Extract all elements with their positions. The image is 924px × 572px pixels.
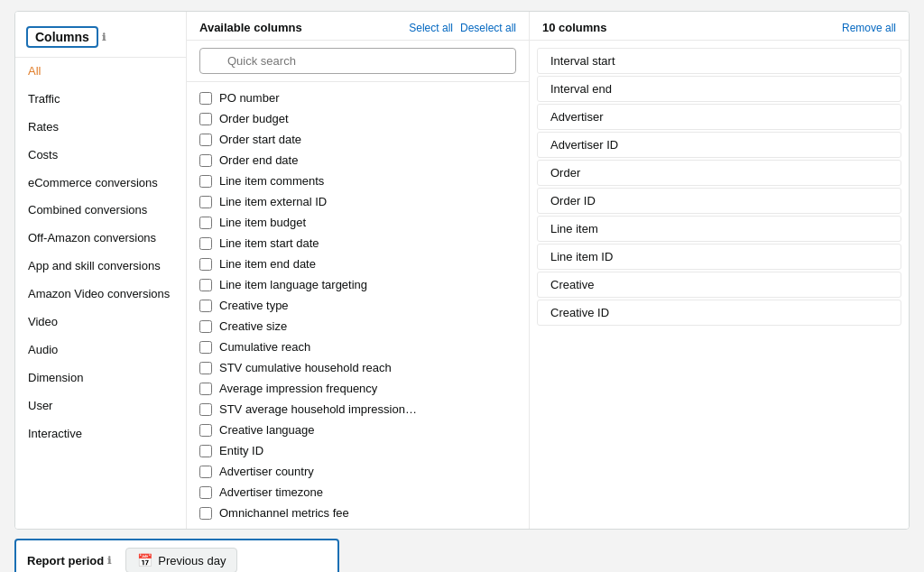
checkbox-stv_cumulative_household_reach[interactable]: [199, 362, 212, 374]
sidebar-item-interactive[interactable]: Interactive: [15, 420, 186, 448]
available-col-creative_language[interactable]: Creative language: [187, 420, 529, 440]
sidebar-item-all[interactable]: All: [15, 58, 186, 86]
col-label-order_budget: Order budget: [219, 112, 289, 125]
col-label-line_item_budget: Line item budget: [219, 216, 306, 229]
report-period-info-icon: ℹ: [107, 555, 111, 567]
report-period-bar: Report period ℹ 📅 Previous day: [14, 539, 339, 572]
available-col-line_item_external_id[interactable]: Line item external ID: [187, 191, 529, 212]
available-col-average_impression_frequency[interactable]: Average impression frequency: [187, 378, 529, 399]
checkbox-creative_size[interactable]: [199, 320, 212, 333]
selected-col-creative_id[interactable]: Creative ID: [537, 300, 901, 326]
col-label-po_number: PO number: [219, 91, 279, 105]
col-label-entity_id: Entity ID: [219, 444, 263, 457]
available-col-line_item_budget[interactable]: Line item budget: [187, 212, 529, 233]
selected-col-advertiser_id[interactable]: Advertiser ID: [537, 132, 901, 158]
available-columns-title: Available columns: [199, 21, 302, 34]
col-label-stv_cumulative_household_reach: STV cumulative household reach: [219, 361, 392, 374]
available-col-line_item_end_date[interactable]: Line item end date: [187, 254, 529, 274]
sidebar-item-video[interactable]: Video: [15, 309, 186, 337]
available-col-creative_type[interactable]: Creative type: [187, 295, 529, 316]
sidebar-item-traffic[interactable]: Traffic: [15, 86, 186, 114]
checkbox-line_item_start_date[interactable]: [199, 237, 212, 250]
available-col-advertiser_timezone[interactable]: Advertiser timezone: [187, 482, 529, 503]
checkbox-cumulative_reach[interactable]: [199, 341, 212, 354]
col-label-line_item_end_date: Line item end date: [219, 257, 316, 271]
sidebar-item-audio[interactable]: Audio: [15, 337, 186, 364]
report-period-label: Report period ℹ: [27, 554, 111, 567]
sidebar-item-costs[interactable]: Costs: [15, 142, 186, 170]
columns-info-icon: ℹ: [102, 32, 106, 43]
col-label-creative_size: Creative size: [219, 319, 287, 333]
selected-col-line_item_id[interactable]: Line item ID: [537, 244, 901, 270]
select-all-link[interactable]: Select all: [409, 22, 453, 34]
available-col-line_item_start_date[interactable]: Line item start date: [187, 233, 529, 254]
columns-header-title: Columns: [26, 26, 98, 48]
selected-col-interval_start[interactable]: Interval start: [537, 48, 901, 74]
checkbox-advertiser_country[interactable]: [199, 466, 212, 478]
selected-col-interval_end[interactable]: Interval end: [537, 76, 901, 102]
col-label-advertiser_country: Advertiser country: [219, 465, 314, 478]
sidebar-item-appskill[interactable]: App and skill conversions: [15, 253, 186, 281]
checkbox-order_budget[interactable]: [199, 113, 212, 125]
selected-col-order_id[interactable]: Order ID: [537, 188, 901, 214]
col-label-order_end_date: Order end date: [219, 153, 298, 167]
previous-day-button[interactable]: 📅 Previous day: [125, 548, 237, 572]
available-col-order_budget[interactable]: Order budget: [187, 108, 529, 129]
checkbox-stv_average_household_impression[interactable]: [199, 403, 212, 416]
remove-all-link[interactable]: Remove all: [842, 22, 896, 34]
available-col-omnichannel_metrics_fee[interactable]: Omnichannel metrics fee: [187, 503, 529, 523]
checkbox-line_item_external_id[interactable]: [199, 196, 212, 208]
checkbox-order_end_date[interactable]: [199, 154, 212, 167]
sidebar-item-rates[interactable]: Rates: [15, 114, 186, 142]
available-col-line_item_language_targeting[interactable]: Line item language targeting: [187, 274, 529, 295]
sidebar-item-dimension[interactable]: Dimension: [15, 364, 186, 392]
checkbox-line_item_comments[interactable]: [199, 175, 212, 188]
available-col-line_item_comments[interactable]: Line item comments: [187, 171, 529, 191]
available-col-creative_size[interactable]: Creative size: [187, 316, 529, 337]
calendar-icon: 📅: [137, 553, 152, 567]
checkbox-creative_type[interactable]: [199, 300, 212, 312]
checkbox-line_item_budget[interactable]: [199, 217, 212, 229]
col-label-cumulative_reach: Cumulative reach: [219, 340, 310, 354]
available-col-order_end_date[interactable]: Order end date: [187, 150, 529, 171]
sidebar-item-video_conv[interactable]: Amazon Video conversions: [15, 281, 186, 309]
checkbox-creative_language[interactable]: [199, 424, 212, 437]
sidebar-item-user[interactable]: User: [15, 392, 186, 420]
selected-col-advertiser[interactable]: Advertiser: [537, 104, 901, 130]
available-col-order_start_date[interactable]: Order start date: [187, 129, 529, 150]
available-col-cumulative_reach[interactable]: Cumulative reach: [187, 337, 529, 357]
search-input[interactable]: [199, 48, 516, 74]
selected-col-line_item[interactable]: Line item: [537, 216, 901, 242]
col-label-average_impression_frequency: Average impression frequency: [219, 382, 377, 395]
checkbox-advertiser_timezone[interactable]: [199, 486, 212, 499]
previous-day-label: Previous day: [158, 554, 226, 567]
col-label-line_item_external_id: Line item external ID: [219, 195, 327, 208]
col-label-creative_type: Creative type: [219, 299, 289, 312]
col-label-line_item_start_date: Line item start date: [219, 236, 319, 250]
col-label-advertiser_timezone: Advertiser timezone: [219, 485, 323, 499]
available-columns-list: PO numberOrder budgetOrder start dateOrd…: [187, 82, 529, 529]
available-col-advertiser_country[interactable]: Advertiser country: [187, 461, 529, 482]
available-col-stv_average_household_impression[interactable]: STV average household impression…: [187, 399, 529, 420]
sidebar-item-combined[interactable]: Combined conversions: [15, 197, 186, 225]
checkbox-omnichannel_metrics_fee[interactable]: [199, 507, 212, 520]
col-label-line_item_comments: Line item comments: [219, 174, 324, 188]
sidebar-item-ecommerce[interactable]: eCommerce conversions: [15, 170, 186, 198]
selected-col-creative[interactable]: Creative: [537, 272, 901, 298]
checkbox-order_start_date[interactable]: [199, 134, 212, 146]
category-list: AllTrafficRatesCostseCommerce conversion…: [15, 58, 186, 447]
checkbox-po_number[interactable]: [199, 92, 212, 105]
checkbox-line_item_end_date[interactable]: [199, 258, 212, 271]
selected-col-order[interactable]: Order: [537, 160, 901, 186]
col-label-line_item_language_targeting: Line item language targeting: [219, 278, 367, 291]
col-label-order_start_date: Order start date: [219, 133, 301, 146]
deselect-all-link[interactable]: Deselect all: [460, 22, 516, 34]
checkbox-line_item_language_targeting[interactable]: [199, 279, 212, 291]
available-col-entity_id[interactable]: Entity ID: [187, 440, 529, 461]
sidebar-item-offamazon[interactable]: Off-Amazon conversions: [15, 225, 186, 253]
checkbox-entity_id[interactable]: [199, 445, 212, 457]
available-col-stv_cumulative_household_reach[interactable]: STV cumulative household reach: [187, 357, 529, 378]
checkbox-average_impression_frequency[interactable]: [199, 383, 212, 395]
available-col-po_number[interactable]: PO number: [187, 88, 529, 108]
selected-columns-list: Interval startInterval endAdvertiserAdve…: [530, 41, 909, 529]
